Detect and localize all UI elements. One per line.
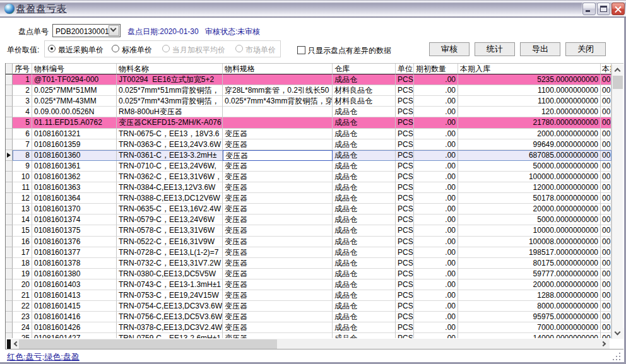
cell-name-row12[interactable]: TRN-0388-C,EE13,DC12V6W [117,193,223,204]
cell-iqty-row3[interactable]: 1100.0000000000 [458,96,601,107]
cell-oqty-row6[interactable]: .00 [414,129,458,139]
cell-name-row2[interactable]: 0.025*7mm*51mm背胶铜箔， [117,85,223,96]
grid-row-23[interactable]: 2301081601416TRN-0756-C,EE13,DC5V3.6W变压器… [6,312,611,322]
cell-wh-row17[interactable]: 成品仓 [333,247,396,258]
cell-seq-row1[interactable]: 1 [13,74,32,85]
cell-unit-row15[interactable]: PCS [396,225,414,236]
scroll-right-button[interactable] [599,339,610,349]
cell-wh-row9[interactable]: 成品仓 [333,161,396,172]
close-button[interactable] [611,3,625,15]
cell-unit-row18[interactable]: PCS [396,258,414,269]
vertical-scrollbar-thumb[interactable] [613,76,623,89]
cell-spec-row19[interactable]: 变压器 [223,269,333,279]
radio-circle-icon[interactable] [112,45,119,52]
cell-spec-row18[interactable]: 变压器 [223,258,333,269]
column-header-name[interactable]: 物料名称 [117,64,223,74]
cell-name-row16[interactable]: TRN-0522-C，EE16,31V9W [117,237,223,247]
cell-oqty-row24[interactable]: .00 [414,322,458,333]
cell-wh-row11[interactable]: 成品仓 [333,182,396,193]
cell-code-row14[interactable]: 01081601374 [32,214,117,225]
cell-oqty-row7[interactable]: .00 [414,139,458,150]
cell-unit-row4[interactable]: PCS [396,107,414,117]
cell-spec-row7[interactable]: 变压器 [223,139,333,150]
cell-code-row17[interactable]: 01081601377 [32,247,117,258]
minimize-button[interactable] [582,3,596,15]
cell-wh-row18[interactable]: 成品仓 [333,258,396,269]
cell-next-row17[interactable]: 00 [601,247,611,258]
cell-iqty-row20[interactable]: 20000.0000000000 [458,279,601,290]
cell-name-row22[interactable]: TRN-0754-C,EE13,DC3V3.6W [117,301,223,312]
cell-spec-row14[interactable]: 变压器 [223,214,333,225]
cell-wh-row20[interactable]: 成品仓 [333,279,396,290]
column-header-unit[interactable]: 单位 [396,64,414,74]
cell-next-row5[interactable]: 00 [601,117,611,128]
cell-name-row18[interactable]: TRN-0732-C，EE13,31V7.2W [117,258,223,269]
cell-seq-row16[interactable]: 16 [13,237,32,247]
cell-unit-row16[interactable]: PCS [396,237,414,247]
combobox-dropdown-button[interactable] [109,25,119,36]
cell-unit-row22[interactable]: PCS [396,301,414,312]
cell-iqty-row18[interactable]: 80175.0000000000 [458,258,601,269]
cell-oqty-row4[interactable]: .00 [414,107,458,117]
cell-next-row12[interactable]: 00 [601,193,611,204]
cell-oqty-row18[interactable]: .00 [414,258,458,269]
cell-code-row24[interactable]: 01081601426 [32,322,117,333]
column-header-spec[interactable]: 物料规格 [223,64,333,74]
cell-iqty-row13[interactable]: 20000.0000000000 [458,204,601,214]
cell-next-row8[interactable]: 00 [601,150,611,161]
grid-row-14[interactable]: 1401081601374TRN-0579-C，EE13,24V6W变压器成品仓… [6,214,611,225]
cell-name-row3[interactable]: 0.025*7mm*43mm背胶铜箔， [117,96,223,107]
cell-unit-row2[interactable]: PCS [396,85,414,96]
cell-iqty-row4[interactable]: 120.0000000000 [458,107,601,117]
cell-iqty-row24[interactable]: 7000.0000000000 [458,322,601,333]
cell-oqty-row25[interactable]: .00 [414,333,458,338]
cell-spec-row2[interactable]: 穿28L*8mm套管，0.2引线长50 [223,85,333,96]
cell-code-row9[interactable]: 01081601361 [32,161,117,172]
cell-spec-row16[interactable]: 变压器 [223,237,333,247]
cell-spec-row24[interactable]: 变压器 [223,322,333,333]
cell-unit-row20[interactable]: PCS [396,279,414,290]
cell-name-row6[interactable]: TRN-0675-C，EE13，18V3.6 [117,129,223,139]
cell-code-row2[interactable]: 0.025*7MM*51MM [32,85,117,96]
grid-row-5[interactable]: 501.11.EFD15.A0762变压器CKEFD15-2MH/K-A076成… [6,117,611,128]
cell-next-row3[interactable]: 00 [601,96,611,107]
cell-code-row25[interactable]: 01081601427 [32,333,117,338]
cell-seq-row18[interactable]: 18 [13,258,32,269]
cell-seq-row24[interactable]: 24 [13,322,32,333]
cell-name-row17[interactable]: TRN-0728-C，EE13,L(1-2)=7 [117,247,223,258]
cell-oqty-row13[interactable]: .00 [414,204,458,214]
cell-code-row1[interactable]: @T01-TF0294-000 [32,74,117,85]
cell-wh-row10[interactable]: 成品仓 [333,172,396,182]
cell-spec-row13[interactable]: 变压器 [223,204,333,214]
cell-seq-row19[interactable]: 19 [13,269,32,279]
cell-next-row23[interactable]: 00 [601,312,611,322]
cell-code-row4[interactable]: 0.09.00.00.0526N [32,107,117,117]
column-header-next[interactable]: 本期 [601,64,611,74]
cell-wh-row22[interactable]: 成品仓 [333,301,396,312]
cell-unit-row3[interactable]: PCS [396,96,414,107]
cell-seq-row7[interactable]: 7 [13,139,32,150]
cell-next-row13[interactable]: 00 [601,204,611,214]
cell-wh-row25[interactable]: 成品仓 [333,333,396,338]
cell-wh-row15[interactable]: 成品仓 [333,225,396,236]
export-button[interactable]: 导出 [520,42,560,56]
cell-oqty-row14[interactable]: .00 [414,214,458,225]
cell-seq-row23[interactable]: 23 [13,312,32,322]
cell-oqty-row9[interactable]: .00 [414,161,458,172]
cell-unit-row17[interactable]: PCS [396,247,414,258]
cell-iqty-row22[interactable]: 8000.0000000000 [458,301,601,312]
cell-next-row22[interactable]: 00 [601,301,611,312]
cell-oqty-row15[interactable]: .00 [414,225,458,236]
resize-grip[interactable] [613,353,621,361]
grid-row-9[interactable]: 901081601361TRN-0710-C，EE13,24V6W,变压器成品仓… [6,161,611,172]
cell-name-row25[interactable]: TRN-0759-C，EE13-2.6mH±1 [117,333,223,338]
cell-wh-row7[interactable]: 成品仓 [333,139,396,150]
cell-spec-row23[interactable]: 变压器 [223,312,333,322]
cell-iqty-row10[interactable]: 100000.0000000000 [458,172,601,182]
maximize-button[interactable] [597,3,610,15]
grid-row-21[interactable]: 2101081601413TRN-0753-C，EE19,24V15W变压器成品… [6,290,611,301]
cell-next-row14[interactable]: 00 [601,214,611,225]
cell-unit-row24[interactable]: PCS [396,322,414,333]
column-header-code[interactable]: 物料编号 [32,64,117,74]
cell-name-row5[interactable]: 变压器CKEFD15-2MH/K-A076 [117,117,223,128]
